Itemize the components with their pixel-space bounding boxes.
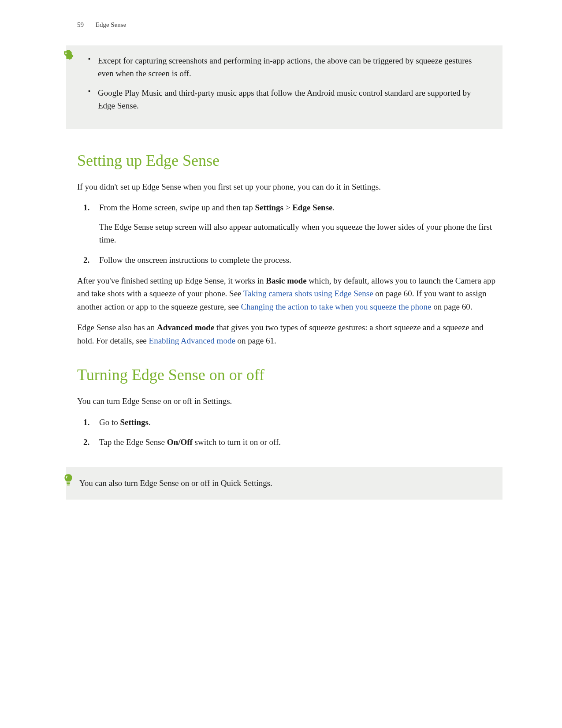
- svg-rect-3: [67, 485, 70, 485]
- svg-rect-2: [67, 483, 70, 484]
- heading-setting-up: Setting up Edge Sense: [77, 151, 502, 170]
- note-box: Except for capturing screenshots and per…: [66, 45, 502, 129]
- step-text: Tap the Edge Sense On/Off switch to turn…: [99, 437, 281, 447]
- section-turning-on-off: Turning Edge Sense on or off You can tur…: [77, 366, 502, 448]
- step-item: 2. Follow the onscreen instructions to c…: [99, 254, 502, 266]
- step-item: 1. From the Home screen, swipe up and th…: [99, 201, 502, 246]
- tip-box: You can also turn Edge Sense on or off i…: [66, 467, 502, 499]
- page-number: 59: [77, 21, 94, 29]
- step-number: 2.: [83, 436, 89, 448]
- svg-point-0: [65, 52, 67, 54]
- link-advanced-mode[interactable]: Enabling Advanced mode: [149, 336, 235, 345]
- body-para: Edge Sense also has an Advanced mode tha…: [77, 321, 502, 347]
- step-item: 1. Go to Settings.: [99, 416, 502, 429]
- step-text: Go to Settings.: [99, 418, 151, 427]
- link-changing-action[interactable]: Changing the action to take when you squ…: [241, 302, 431, 311]
- svg-rect-1: [67, 482, 71, 483]
- note-bullet: Except for capturing screenshots and per…: [98, 54, 489, 80]
- note-bullets: Except for capturing screenshots and per…: [79, 54, 489, 112]
- step-number: 1.: [83, 201, 89, 214]
- link-camera-shots[interactable]: Taking camera shots using Edge Sense: [243, 289, 373, 298]
- section-setting-up: Setting up Edge Sense If you didn't set …: [77, 151, 502, 347]
- body-para: After you've finished setting up Edge Se…: [77, 274, 502, 313]
- step-text: Follow the onscreen instructions to comp…: [99, 255, 291, 265]
- heading-turning-on-off: Turning Edge Sense on or off: [77, 366, 502, 384]
- lightbulb-icon: [63, 473, 74, 486]
- note-bullet: Google Play Music and third-party music …: [98, 86, 489, 112]
- tip-text: You can also turn Edge Sense on or off i…: [79, 477, 489, 489]
- intro-para: You can turn Edge Sense on or off in Set…: [77, 395, 502, 407]
- header-section: Edge Sense: [96, 21, 127, 28]
- page-header: 59 Edge Sense: [77, 21, 502, 29]
- step-number: 2.: [83, 254, 89, 266]
- steps-list: 1. From the Home screen, swipe up and th…: [77, 201, 502, 266]
- steps-list: 1. Go to Settings. 2. Tap the Edge Sense…: [77, 416, 502, 449]
- step-substep: The Edge Sense setup screen will also ap…: [99, 220, 502, 246]
- step-text: From the Home screen, swipe up and then …: [99, 203, 335, 212]
- tag-icon: [63, 50, 74, 61]
- intro-para: If you didn't set up Edge Sense when you…: [77, 180, 502, 193]
- step-item: 2. Tap the Edge Sense On/Off switch to t…: [99, 436, 502, 448]
- step-number: 1.: [83, 416, 89, 429]
